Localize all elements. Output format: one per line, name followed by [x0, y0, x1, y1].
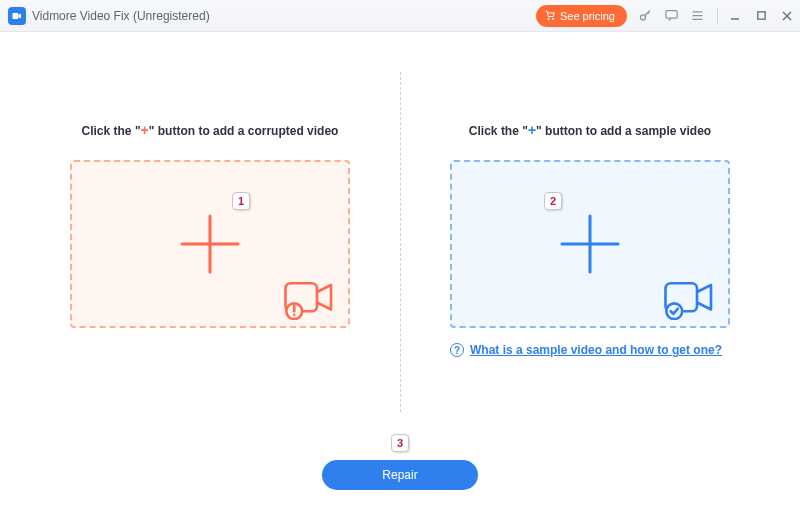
feedback-icon[interactable] — [663, 8, 679, 24]
app-title: Vidmore Video Fix (Unregistered) — [32, 9, 210, 23]
add-sample-video-dropzone[interactable]: 2 — [450, 160, 730, 328]
titlebar-icon-group — [637, 8, 720, 24]
plus-icon — [174, 208, 246, 280]
add-corrupted-video-dropzone[interactable]: 1 — [70, 160, 350, 328]
camera-error-icon — [282, 278, 338, 320]
main-content: Click the "+" button to add a corrupted … — [0, 32, 800, 432]
titlebar: Vidmore Video Fix (Unregistered) See pri… — [0, 0, 800, 32]
plus-icon: + — [528, 122, 536, 138]
svg-point-2 — [552, 18, 554, 20]
sample-video-pane: Click the "+" button to add a sample vid… — [400, 62, 780, 432]
close-button[interactable] — [780, 9, 794, 23]
help-icon: ? — [450, 343, 464, 357]
sample-help-row: ? What is a sample video and how to get … — [450, 342, 730, 358]
sample-help-link[interactable]: What is a sample video and how to get on… — [470, 342, 722, 358]
svg-point-1 — [548, 18, 550, 20]
see-pricing-label: See pricing — [560, 10, 615, 22]
camera-check-icon — [662, 278, 718, 320]
separator — [717, 8, 718, 24]
footer: 3 Repair — [0, 460, 800, 490]
key-icon[interactable] — [637, 8, 653, 24]
menu-icon[interactable] — [689, 8, 705, 24]
svg-point-8 — [293, 314, 295, 316]
svg-rect-5 — [757, 12, 764, 19]
see-pricing-button[interactable]: See pricing — [536, 5, 627, 27]
maximize-button[interactable] — [754, 9, 768, 23]
minimize-button[interactable] — [728, 9, 742, 23]
vertical-divider — [400, 72, 401, 412]
svg-rect-4 — [665, 11, 676, 19]
corrupted-heading: Click the "+" button to add a corrupted … — [48, 122, 372, 138]
sample-heading: Click the "+" button to add a sample vid… — [428, 122, 752, 138]
repair-button[interactable]: Repair — [322, 460, 478, 490]
cart-icon — [544, 9, 556, 23]
annotation-badge-3: 3 — [391, 434, 409, 452]
plus-icon — [554, 208, 626, 280]
app-logo-icon — [8, 7, 26, 25]
svg-point-3 — [640, 15, 645, 20]
window-controls — [728, 9, 794, 23]
plus-icon: + — [141, 122, 149, 138]
svg-rect-0 — [13, 13, 19, 19]
corrupted-video-pane: Click the "+" button to add a corrupted … — [20, 62, 400, 432]
